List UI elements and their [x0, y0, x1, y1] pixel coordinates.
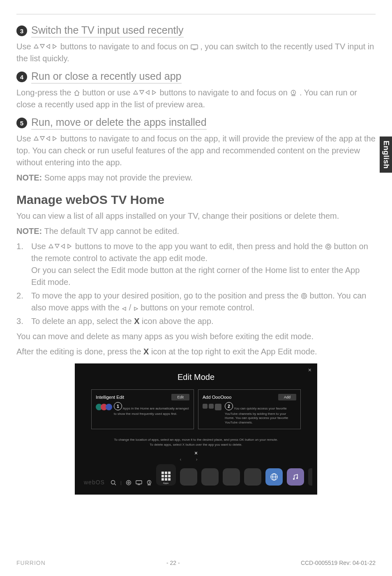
apps-tile[interactable]: Apps — [156, 464, 176, 486]
manage-outro-2: After the editing is done, press the X i… — [16, 346, 376, 358]
section-5-title: Run, move or delete the apps installed — [31, 116, 207, 130]
svg-line-9 — [114, 484, 116, 486]
app-tile[interactable] — [244, 468, 261, 486]
gear-icon[interactable] — [126, 480, 131, 486]
svg-rect-15 — [148, 484, 150, 485]
x-icon-label: X — [134, 317, 139, 326]
webos-logo: webOS — [84, 479, 105, 486]
step-2: To move the app to your desired position… — [16, 290, 376, 314]
language-label: English — [382, 141, 390, 169]
section-4-body: Long-press the button or use buttons to … — [16, 87, 376, 111]
recent-app-icon[interactable] — [146, 480, 152, 486]
app-tile[interactable] — [201, 468, 219, 486]
note-label: NOTE: — [16, 173, 42, 182]
nav-arrows-icon — [33, 135, 58, 142]
card1-title: Intelligent Edit — [96, 395, 124, 400]
section-5-heading: 5 Run, move or delete the apps installed — [16, 116, 376, 130]
close-icon[interactable]: × — [308, 367, 311, 373]
recent-app-icon — [290, 90, 297, 96]
instructions: To change the location of apps, select a… — [84, 437, 308, 447]
music-note-icon — [292, 473, 299, 481]
section-3-title: Switch the TV input used recently — [31, 24, 184, 37]
edit-button[interactable]: Edit — [171, 394, 189, 400]
right-arrow-icon — [134, 306, 138, 311]
card2-desc: 2 You can quickly access your favorite Y… — [225, 404, 296, 425]
browser-tile[interactable] — [265, 468, 283, 486]
manage-outro-1: You can move and delete as many apps as … — [16, 331, 376, 342]
left-arrow-icon — [122, 306, 127, 311]
delete-x-icon[interactable]: × — [84, 450, 308, 456]
section-3-body: Use buttons to navigate to and focus on … — [16, 41, 376, 65]
card1-desc: 1 Apps in the Home are automatically arr… — [114, 404, 189, 416]
svg-point-8 — [111, 481, 115, 484]
x-icon-label: X — [143, 347, 149, 356]
svg-point-11 — [128, 482, 129, 483]
manage-intro: You can view a list of all apps installe… — [16, 210, 376, 222]
edit-mode-title: Edit Mode — [84, 372, 308, 382]
svg-point-4 — [325, 244, 331, 250]
tv-input-icon[interactable] — [136, 480, 142, 485]
dock-actions: | — [111, 480, 152, 486]
app-dock: webOS | Apps — [84, 464, 308, 486]
callout-2: 2 — [225, 402, 233, 410]
badge-3: 3 — [16, 25, 27, 36]
manage-title: Manage webOS TV Home — [16, 193, 376, 207]
manage-note: NOTE: The default TV app cannot be edite… — [16, 225, 376, 237]
badge-5: 5 — [16, 118, 27, 128]
color-blobs-icon — [96, 404, 111, 410]
svg-point-5 — [327, 245, 330, 248]
section-3-heading: 3 Switch the TV input used recently — [16, 24, 376, 37]
svg-point-7 — [303, 295, 305, 297]
card2-title: Add OooOooo — [203, 395, 231, 400]
note-label: NOTE: — [16, 227, 42, 236]
section-5-body: Use buttons to navigate to and focus on … — [16, 133, 376, 169]
badge-4: 4 — [16, 72, 27, 82]
section-5-note: NOTE: Some apps may not provide the prev… — [16, 172, 376, 184]
top-divider — [16, 14, 376, 14]
brand-logo: FURRION — [16, 560, 46, 566]
revision-label: CCD-0005519 Rev: 04-01-22 — [301, 560, 376, 566]
language-side-tab: English — [380, 136, 392, 173]
section-4-heading: 4 Run or close a recently used app — [16, 70, 376, 83]
svg-rect-12 — [136, 481, 142, 484]
cards-row: Intelligent Edit Edit 1 Apps in the Home… — [84, 389, 308, 429]
tiles-icon — [203, 404, 221, 410]
edit-mode-screenshot: × Edit Mode Intelligent Edit Edit 1 Apps — [75, 363, 317, 495]
add-channel-card: Add OooOooo Add 2 You can quickly access… — [198, 389, 301, 429]
nav-arrows-icon — [48, 243, 73, 250]
app-tile[interactable] — [180, 468, 197, 486]
app-tile[interactable] — [308, 468, 312, 486]
svg-point-6 — [301, 294, 307, 299]
page-footer: FURRION - 22 - CCD-0005519 Rev: 04-01-22 — [16, 560, 376, 566]
ok-button-icon — [325, 243, 332, 250]
search-icon[interactable] — [111, 480, 116, 486]
steps-list: Use buttons to move to the app you want … — [16, 241, 376, 327]
move-arrows-icon: ‹› — [84, 457, 308, 462]
app-tile[interactable] — [223, 468, 240, 486]
callout-1: 1 — [114, 402, 122, 410]
nav-arrows-icon — [133, 89, 157, 96]
home-icon — [74, 90, 80, 96]
svg-rect-0 — [191, 45, 198, 49]
ok-button-icon — [301, 293, 307, 299]
step-3: To delete an app, select the X icon abov… — [16, 315, 376, 327]
manual-page: English 3 Switch the TV input used recen… — [0, 0, 392, 576]
nav-arrows-icon — [33, 43, 58, 50]
svg-point-10 — [126, 481, 131, 485]
step-1: Use buttons to move to the app you want … — [16, 241, 376, 288]
apps-label: Apps — [163, 482, 169, 484]
music-tile[interactable] — [287, 468, 304, 486]
svg-point-19 — [293, 478, 295, 480]
svg-point-20 — [296, 477, 298, 479]
tv-input-icon — [191, 44, 198, 50]
page-number: - 22 - — [166, 560, 180, 566]
globe-icon — [270, 473, 278, 481]
intelligent-edit-card: Intelligent Edit Edit 1 Apps in the Home… — [91, 389, 194, 429]
add-button[interactable]: Add — [278, 394, 296, 400]
svg-rect-3 — [292, 95, 295, 96]
section-4-title: Run or close a recently used app — [31, 70, 182, 83]
